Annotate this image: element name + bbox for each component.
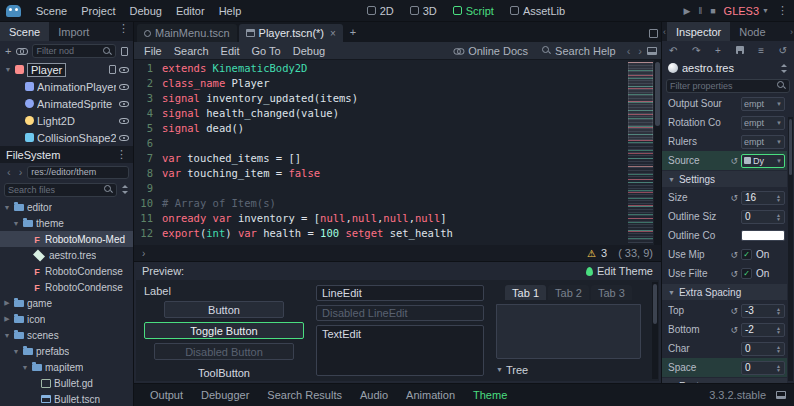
property-checkbox[interactable]: ✓On (741, 249, 785, 260)
expand-panel-icon[interactable] (776, 391, 786, 399)
property-row-top[interactable]: Top↺-3▲▼ (662, 301, 787, 320)
revert-icon[interactable]: ↺ (730, 193, 738, 203)
spin-arrows-icon[interactable]: ▲▼ (776, 307, 781, 315)
visibility-icon[interactable] (119, 67, 129, 73)
property-row-rulers[interactable]: Rulersempt▼ (662, 132, 787, 151)
inspector-section-extra-spacing[interactable]: ▼Extra Spacing (662, 284, 787, 300)
visibility-icon[interactable] (119, 118, 129, 124)
file-item-robotocondense[interactable]: RobotoCondense (0, 279, 133, 295)
script-menu-search[interactable]: Search (168, 45, 215, 57)
edit-theme-button[interactable]: Edit Theme (586, 265, 653, 277)
property-row-bottom[interactable]: Bottom↺-2▲▼ (662, 320, 787, 339)
scene-node-light2d[interactable]: Light2D (0, 112, 133, 129)
pause-button[interactable]: ‖ (698, 6, 702, 16)
search-help-button[interactable]: Search Help (536, 45, 622, 57)
code-minimap[interactable] (628, 62, 653, 243)
spin-arrows-icon[interactable]: ▲▼ (776, 364, 781, 372)
search-files-input[interactable]: Search files (4, 183, 117, 197)
edited-resource[interactable]: aestro.tres (662, 59, 794, 77)
expander-icon[interactable]: ▼ (12, 348, 20, 355)
fs-forward-button[interactable]: › (16, 166, 26, 178)
file-item-theme[interactable]: ▼theme (0, 215, 133, 231)
scene-node-collisionshape2d[interactable]: CollisionShape2D (0, 129, 133, 146)
workspace-assetlib[interactable]: AssetLib (510, 5, 565, 17)
property-spinbox[interactable]: -3▲▼ (741, 304, 785, 318)
script-history-forward[interactable]: › (635, 45, 645, 57)
distraction-free-icon[interactable] (649, 29, 658, 38)
renderer-select[interactable]: GLES3 ▼ (724, 5, 769, 17)
menu-project[interactable]: Project (74, 5, 122, 17)
close-icon[interactable]: × (330, 28, 336, 39)
file-item-icon[interactable]: ▶icon (0, 311, 133, 327)
preview-tree[interactable]: ▼ Tree (496, 363, 641, 376)
expander-icon[interactable]: ▼ (4, 66, 12, 73)
dock-menu-icon[interactable]: ⋮ (116, 148, 127, 161)
property-spinbox[interactable]: -2▲▼ (741, 323, 785, 337)
history-back-icon[interactable]: ↶ (669, 45, 677, 56)
property-spinbox[interactable]: 0▲▼ (741, 210, 785, 224)
preview-scrollbar[interactable] (652, 282, 658, 379)
sort-files-icon[interactable] (121, 185, 129, 194)
scene-node-animatedsprite[interactable]: AnimatedSprite (0, 95, 133, 112)
menu-editor[interactable]: Editor (169, 5, 212, 17)
script-menu-file[interactable]: File (138, 45, 168, 57)
tab-inspector[interactable]: Inspector (667, 22, 730, 41)
editor-menu-icon[interactable]: ⋮ (777, 4, 788, 17)
inspector-section-settings[interactable]: ▼Settings (662, 171, 787, 187)
spin-arrows-icon[interactable]: ▲▼ (776, 213, 781, 221)
script-menu-go-to[interactable]: Go To (246, 45, 287, 57)
fs-back-button[interactable]: ‹ (4, 166, 14, 178)
inspector-section-font[interactable]: ▼Font (662, 378, 787, 383)
script-menu-edit[interactable]: Edit (215, 45, 246, 57)
script-menu-debug[interactable]: Debug (287, 45, 331, 57)
script-icon[interactable] (109, 65, 116, 74)
property-spinbox[interactable]: 0▲▼ (741, 361, 785, 375)
file-item-scenes[interactable]: ▼scenes (0, 327, 133, 343)
property-spinbox[interactable]: 0▲▼ (741, 342, 785, 356)
new-resource-icon[interactable]: + (715, 45, 721, 56)
instance-scene-button[interactable] (16, 48, 27, 54)
property-row-char[interactable]: Char0▲▼ (662, 339, 787, 358)
tab-import[interactable]: Import (49, 22, 98, 41)
expander-icon[interactable]: ▼ (3, 332, 11, 339)
object-history-icon[interactable]: ↺ (779, 45, 787, 56)
property-spinbox[interactable]: 16▲▼ (741, 191, 785, 205)
property-row-space[interactable]: Space0▲▼ (662, 358, 787, 377)
color-swatch[interactable] (741, 230, 785, 241)
preview-tab-1[interactable]: Tab 1 (505, 285, 546, 300)
scrollbar-thumb[interactable] (655, 62, 660, 126)
spin-arrows-icon[interactable]: ▲▼ (776, 326, 781, 334)
preview-tab-3[interactable]: Tab 3 (591, 285, 632, 300)
property-row-outline-co[interactable]: Outline Co (662, 226, 787, 245)
preview-lineedit[interactable]: LineEdit (316, 285, 484, 301)
revert-icon[interactable]: ↺ (730, 325, 738, 335)
bottom-tab-output[interactable]: Output (142, 389, 191, 401)
history-forward-icon[interactable]: ↷ (692, 45, 700, 56)
file-item-prefabs[interactable]: ▼prefabs (0, 343, 133, 359)
warning-icon[interactable]: ⚠ (587, 248, 596, 259)
visibility-icon[interactable] (119, 135, 129, 141)
revert-icon[interactable]: ↺ (730, 269, 738, 279)
menu-help[interactable]: Help (212, 5, 249, 17)
preview-tool-button[interactable]: ToolButton (144, 364, 304, 381)
script-history-back[interactable]: ‹ (624, 45, 634, 57)
bottom-tab-audio[interactable]: Audio (352, 389, 396, 401)
attach-script-button[interactable] (121, 47, 128, 56)
preview-toggle-button[interactable]: Toggle Button (144, 322, 304, 339)
code-scrollbar[interactable] (654, 60, 661, 245)
spin-arrows-icon[interactable]: ▲▼ (776, 194, 781, 202)
menu-scene[interactable]: Scene (29, 5, 74, 17)
property-row-use-mip[interactable]: Use Mip↺✓On (662, 245, 787, 264)
add-node-button[interactable]: + (5, 45, 11, 57)
revert-icon[interactable]: ↺ (730, 156, 738, 166)
property-dropdown[interactable]: empt▼ (741, 135, 785, 149)
property-dropdown[interactable]: empt▼ (741, 97, 785, 111)
stop-button[interactable]: ■ (710, 6, 715, 16)
resource-menu-icon[interactable]: ≡ (758, 45, 764, 56)
expander-icon[interactable]: ▶ (3, 315, 11, 323)
bottom-tab-debugger[interactable]: Debugger (193, 389, 257, 401)
workspace-script[interactable]: Script (453, 5, 494, 17)
property-dropdown[interactable]: Dy▼ (741, 154, 785, 168)
property-dropdown[interactable]: empt▼ (741, 116, 785, 130)
visibility-icon[interactable] (119, 84, 129, 90)
